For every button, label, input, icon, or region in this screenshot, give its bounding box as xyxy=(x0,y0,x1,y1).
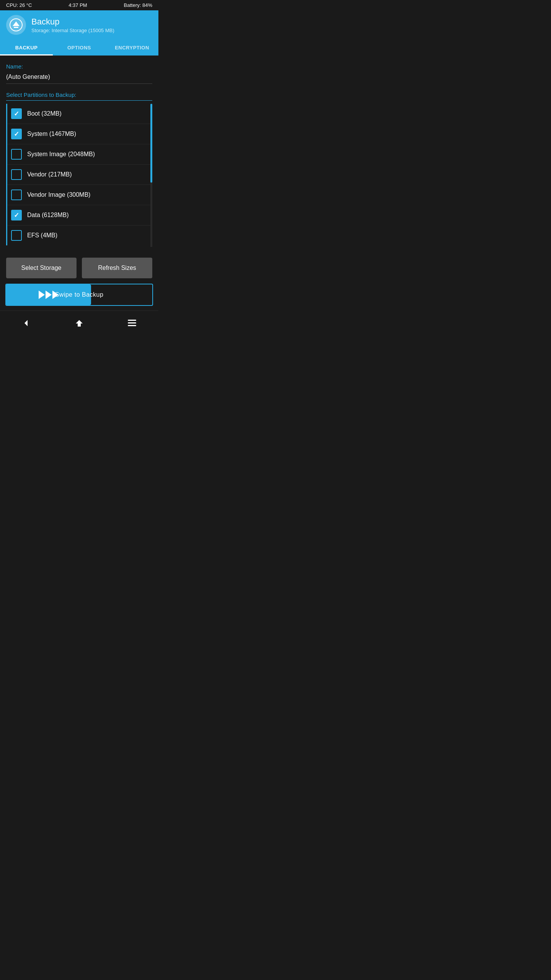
partition-item-boot[interactable]: Boot (32MB) xyxy=(7,104,152,124)
svg-marker-3 xyxy=(24,320,28,326)
menu-button[interactable] xyxy=(124,315,140,332)
select-storage-button[interactable]: Select Storage xyxy=(6,258,77,278)
svg-rect-7 xyxy=(128,325,136,326)
battery-status: Battery: 84% xyxy=(124,2,152,8)
scroll-indicator xyxy=(150,104,152,247)
tab-options[interactable]: OPTIONS xyxy=(53,39,106,56)
checkbox-vendor-image[interactable] xyxy=(11,189,22,200)
partition-label-vendor-image: Vendor Image (300MB) xyxy=(27,191,90,198)
name-label: Name: xyxy=(6,63,152,70)
partitions-label: Select Partitions to Backup: xyxy=(6,91,152,101)
partition-list-wrapper: Boot (32MB) System (1467MB) System Image… xyxy=(6,104,152,247)
partition-label-boot: Boot (32MB) xyxy=(27,110,62,117)
name-input[interactable] xyxy=(6,72,152,84)
arrow-1 xyxy=(39,291,45,299)
tab-encryption[interactable]: ENCRYPTION xyxy=(106,39,158,56)
app-icon xyxy=(6,15,26,35)
tab-bar: BACKUP OPTIONS ENCRYPTION xyxy=(0,39,158,56)
partition-label-system-image: System Image (2048MB) xyxy=(27,151,95,158)
partition-label-vendor: Vendor (217MB) xyxy=(27,171,72,178)
partition-list: Boot (32MB) System (1467MB) System Image… xyxy=(6,104,152,245)
svg-marker-1 xyxy=(13,21,20,26)
svg-marker-4 xyxy=(76,320,83,327)
refresh-sizes-button[interactable]: Refresh Sizes xyxy=(82,258,152,278)
checkbox-vendor[interactable] xyxy=(11,169,22,180)
arrow-2 xyxy=(46,291,52,299)
partition-label-efs: EFS (4MB) xyxy=(27,232,57,239)
partition-item-system-image[interactable]: System Image (2048MB) xyxy=(7,144,152,165)
svg-rect-5 xyxy=(128,320,136,321)
checkbox-efs[interactable] xyxy=(11,230,22,241)
partition-label-data: Data (6128MB) xyxy=(27,212,69,219)
checkbox-data[interactable] xyxy=(11,210,22,220)
svg-rect-2 xyxy=(14,27,18,28)
partition-item-data[interactable]: Data (6128MB) xyxy=(7,205,152,225)
cpu-status: CPU: 26 °C xyxy=(6,2,32,8)
partition-item-vendor[interactable]: Vendor (217MB) xyxy=(7,165,152,185)
header-text: Backup Storage: Internal Storage (15005 … xyxy=(31,17,114,33)
swipe-to-backup-bar[interactable]: Swipe to Backup xyxy=(5,284,153,306)
partition-item-vendor-image[interactable]: Vendor Image (300MB) xyxy=(7,185,152,205)
swipe-arrows xyxy=(39,291,59,299)
svg-rect-6 xyxy=(128,322,136,323)
back-button[interactable] xyxy=(18,315,35,332)
swipe-fill xyxy=(6,284,91,305)
arrow-3 xyxy=(52,291,59,299)
partition-label-system: System (1467MB) xyxy=(27,131,76,137)
time-status: 4:37 PM xyxy=(68,2,87,8)
tab-backup[interactable]: BACKUP xyxy=(0,39,53,56)
checkbox-boot[interactable] xyxy=(11,108,22,119)
nav-bar xyxy=(0,310,158,335)
checkbox-system[interactable] xyxy=(11,129,22,139)
home-button[interactable] xyxy=(71,315,88,332)
storage-info: Storage: Internal Storage (15005 MB) xyxy=(31,28,114,33)
status-bar: CPU: 26 °C 4:37 PM Battery: 84% xyxy=(0,0,158,10)
partition-item-efs[interactable]: EFS (4MB) xyxy=(7,225,152,245)
checkbox-system-image[interactable] xyxy=(11,149,22,160)
app-title: Backup xyxy=(31,17,114,27)
scroll-thumb xyxy=(150,104,152,183)
app-header: Backup Storage: Internal Storage (15005 … xyxy=(0,10,158,39)
main-content: Name: Select Partitions to Backup: Boot … xyxy=(0,56,158,252)
partition-item-system[interactable]: System (1467MB) xyxy=(7,124,152,144)
button-row: Select Storage Refresh Sizes xyxy=(6,258,152,278)
